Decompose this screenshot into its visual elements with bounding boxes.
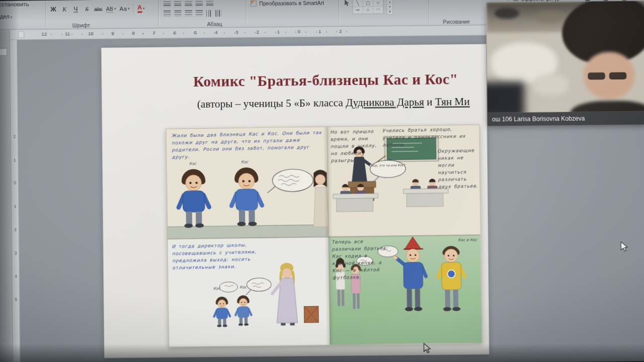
author-2: Тян Ми — [435, 95, 470, 108]
change-case-button[interactable]: Аа — [118, 4, 130, 14]
ruler-mark: 1 — [14, 204, 17, 209]
mouse-cursor — [620, 241, 628, 252]
font-group-label: Шрифт — [61, 22, 102, 28]
ruler-mark: 5 — [15, 297, 18, 302]
panel2-caption-left: Но вот пришло время, и они пошли в школу… — [330, 128, 384, 165]
select-tool-icon[interactable] — [344, 0, 350, 7]
convert-to-smartart-button[interactable]: Преобразовать в SmartArt — [251, 0, 324, 7]
panel3-label-kos: Кос — [239, 285, 247, 289]
mini-divider — [133, 4, 134, 13]
video-controls-icon[interactable] — [603, 0, 608, 1]
indent-increase-button[interactable] — [196, 1, 203, 7]
video-controls-icon[interactable] — [622, 0, 627, 1]
line-spacing-button[interactable] — [206, 1, 213, 7]
subtitle-prefix: (авторы – ученицы 5 «Б» класса — [197, 97, 346, 110]
tab-selector[interactable] — [18, 31, 24, 38]
ribbon-separator — [246, 0, 247, 25]
slide-thumbnail[interactable] — [0, 48, 7, 56]
video-controls-icon[interactable] — [585, 0, 590, 1]
participant-name-label: ош 106 Larisa Borisovna Kobzeva — [488, 111, 644, 126]
bold-button[interactable]: Ж — [48, 5, 58, 15]
comic-image[interactable]: Жили были два близнеца Кас и Кос. Они бы… — [166, 125, 482, 347]
gallery-more-button[interactable]: ▼ — [387, 10, 392, 15]
slide[interactable]: Комикс "Братья-близнецы Кас и Кос" (авто… — [101, 44, 489, 358]
restore-button[interactable]: осстановить — [0, 1, 29, 8]
powerpoint-window: осстановить аздел Ж К Ч S abc АВ Аа А — [0, 0, 644, 362]
glasses-icon — [588, 72, 605, 79]
subtitle-and: и — [424, 96, 435, 108]
panel2-caption-right: Учились братья хорошо, учителя и однокла… — [382, 126, 477, 149]
char-spacing-button[interactable]: АВ — [105, 4, 117, 14]
webcam-overlay-window[interactable]: ош 106 Larisa Borisovna Kobzeva — [487, 1, 644, 126]
columns-button[interactable] — [215, 10, 221, 17]
panel3-caption: И тогда директор школы, посовещавшись с … — [172, 241, 289, 272]
shape-arrow-button[interactable]: ⇨ — [353, 7, 363, 14]
ribbon-separator — [428, 0, 429, 23]
bullets-button[interactable] — [164, 2, 171, 7]
gallery-up-button[interactable]: ▴ — [387, 0, 392, 5]
paragraph-group-row1 — [164, 1, 213, 7]
ribbon-separator — [158, 1, 159, 26]
comic-panel-2: Но вот пришло время, и они пошли в школу… — [327, 125, 481, 237]
align-right-button[interactable] — [185, 10, 192, 16]
shapes-gallery-scroll: ▴ ▾ ▼ — [386, 0, 393, 15]
author-1: Дудникова Дарья — [346, 96, 424, 109]
ruler-mark: 2 — [13, 134, 16, 139]
shape-effects-icon — [513, 0, 520, 1]
panel2-caption-note: Окружающие никак не могли научиться разл… — [437, 147, 479, 191]
indent-decrease-button[interactable] — [185, 1, 192, 7]
text-direction-button[interactable] — [206, 10, 212, 17]
align-center-button[interactable] — [174, 11, 181, 16]
ribbon-separator — [45, 2, 46, 27]
ruler-mark: 4 — [15, 274, 17, 279]
underline-button[interactable]: Ч — [71, 4, 80, 14]
shape-rect-button[interactable]: ▢ — [363, 0, 373, 7]
comic-panel-1: Жили были два близнеца Кас и Кос. Они бы… — [167, 127, 329, 239]
strikethrough-button[interactable]: abc — [93, 4, 104, 14]
section-button[interactable]: аздел — [0, 14, 13, 20]
shape-star-button[interactable]: ☆ — [363, 7, 373, 14]
slide-title[interactable]: Комикс "Братья-близнецы Кас и Кос" — [163, 70, 489, 90]
panel4-label: Кас и Кос — [458, 237, 480, 242]
numbering-button[interactable] — [174, 1, 181, 7]
screen-photo: осстановить аздел Ж К Ч S abc АВ Аа А — [0, 0, 644, 362]
justify-button[interactable] — [196, 10, 203, 16]
panel4-caption: Теперь все различали братьев: Кас ходил … — [332, 238, 392, 282]
drawing-group-label: Рисование — [434, 18, 479, 25]
panel1-caption: Жили были два близнеца Кас и Кос. Они бы… — [172, 129, 323, 161]
align-left-button[interactable] — [164, 11, 171, 16]
comic-panel-3: И тогда директор школы, посовещавшись с … — [168, 237, 330, 347]
glasses-icon — [609, 72, 627, 79]
mouse-cursor-shadow — [423, 343, 431, 354]
comic-panel-4: Теперь все различали братьев: Кас ходил … — [329, 235, 482, 346]
panel3-label-kas: Кас — [213, 286, 220, 291]
shapes-group: ╲ ▢ ○ ⇨ ☆ ◠ ▴ ▾ ▼ — [344, 0, 393, 16]
panel1-label-kas: Кас — [189, 161, 196, 166]
paragraph-group-label: Абзац — [194, 21, 235, 27]
slide-subtitle[interactable]: (авторы – ученицы 5 «Б» класса Дудникова… — [178, 95, 489, 111]
background-chair — [487, 82, 525, 113]
shape-line-button[interactable]: ╲ — [353, 0, 363, 7]
background-pillow — [533, 74, 569, 96]
shape-oval-button[interactable]: ○ — [373, 0, 383, 7]
shapes-gallery: ╲ ▢ ○ ⇨ ☆ ◠ — [352, 0, 384, 14]
ruler-mark: 0 — [14, 180, 16, 186]
italic-button[interactable]: К — [59, 5, 69, 15]
ruler-mark: 2 — [14, 227, 17, 232]
webcam-video — [487, 1, 644, 113]
paragraph-group-row2 — [164, 10, 221, 17]
shape-arc-button[interactable]: ◠ — [373, 7, 383, 14]
smartart-icon — [251, 1, 257, 7]
panel1-label-kos: Кос — [241, 159, 248, 164]
ruler-mark: 1 — [14, 157, 16, 162]
text-shadow-button[interactable]: S — [82, 4, 92, 14]
gallery-down-button[interactable]: ▾ — [387, 4, 392, 9]
panel2-bubble-text: Кас, это ты или Кос? — [371, 163, 405, 167]
font-color-button[interactable]: А — [136, 4, 146, 14]
ribbon-separator — [339, 0, 339, 24]
font-group: Ж К Ч S abc АВ Аа А — [48, 3, 146, 15]
ruler-mark: 3 — [15, 250, 17, 255]
